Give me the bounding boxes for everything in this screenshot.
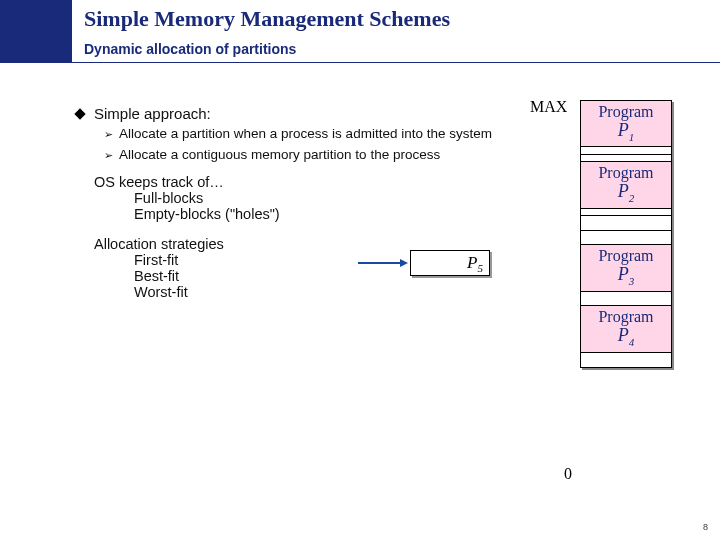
program-label: Program bbox=[581, 165, 671, 182]
gap-block bbox=[580, 352, 672, 368]
program-p1-block: Program P1 bbox=[580, 100, 672, 148]
page-number: 8 bbox=[703, 522, 708, 532]
track-full: Full-blocks bbox=[134, 190, 496, 206]
program-label: Program bbox=[581, 104, 671, 121]
program-p4-block: Program P4 bbox=[580, 305, 672, 353]
p3-label: P3 bbox=[581, 265, 671, 287]
arrow-bullet-icon: ➢ bbox=[104, 128, 113, 143]
sub-bullet-2: ➢ Allocate a contiguous memory partition… bbox=[104, 147, 496, 164]
p5-sub: 5 bbox=[478, 262, 484, 274]
p1-label: P1 bbox=[581, 121, 671, 143]
sub-bullet-2-text: Allocate a contiguous memory partition t… bbox=[119, 147, 440, 164]
p1-sub: 1 bbox=[629, 130, 635, 142]
slide-subtitle: Dynamic allocation of partitions bbox=[72, 40, 296, 62]
p4-sub: 4 bbox=[629, 336, 635, 348]
sub-bullet-1: ➢ Allocate a partition when a process is… bbox=[104, 126, 496, 143]
p3-sub: 3 bbox=[629, 275, 635, 287]
track-head: OS keeps track of… bbox=[94, 174, 496, 190]
p5-arrow-icon bbox=[358, 263, 408, 265]
bullet-simple-approach: Simple approach: bbox=[76, 105, 496, 122]
track-section: OS keeps track of… Full-blocks Empty-blo… bbox=[94, 174, 496, 222]
slide-title: Simple Memory Management Schemes bbox=[72, 0, 450, 40]
zero-label: 0 bbox=[564, 465, 572, 483]
strat-worst: Worst-fit bbox=[134, 284, 496, 300]
program-p3-block: Program P3 bbox=[580, 244, 672, 292]
memory-column: Program P1 Program P2 Program P3 Program… bbox=[580, 100, 672, 366]
title-accent-block bbox=[0, 0, 72, 40]
program-label: Program bbox=[581, 248, 671, 265]
p2-label: P2 bbox=[581, 182, 671, 204]
subtitle-accent-block bbox=[0, 40, 72, 62]
sub-bullet-1-text: Allocate a partition when a process is a… bbox=[119, 126, 492, 143]
simple-approach-label: Simple approach: bbox=[94, 105, 211, 122]
arrow-bullet-icon: ➢ bbox=[104, 149, 113, 164]
slide-header: Simple Memory Management Schemes Dynamic… bbox=[0, 0, 720, 63]
p4-label: P4 bbox=[581, 326, 671, 348]
program-p2-block: Program P2 bbox=[580, 161, 672, 209]
diamond-bullet-icon bbox=[74, 108, 85, 119]
max-label: MAX bbox=[530, 98, 567, 116]
p5-incoming-block: P5 bbox=[410, 250, 490, 276]
track-empty: Empty-blocks ("holes") bbox=[134, 206, 496, 222]
p2-sub: 2 bbox=[629, 192, 635, 204]
program-label: Program bbox=[581, 309, 671, 326]
